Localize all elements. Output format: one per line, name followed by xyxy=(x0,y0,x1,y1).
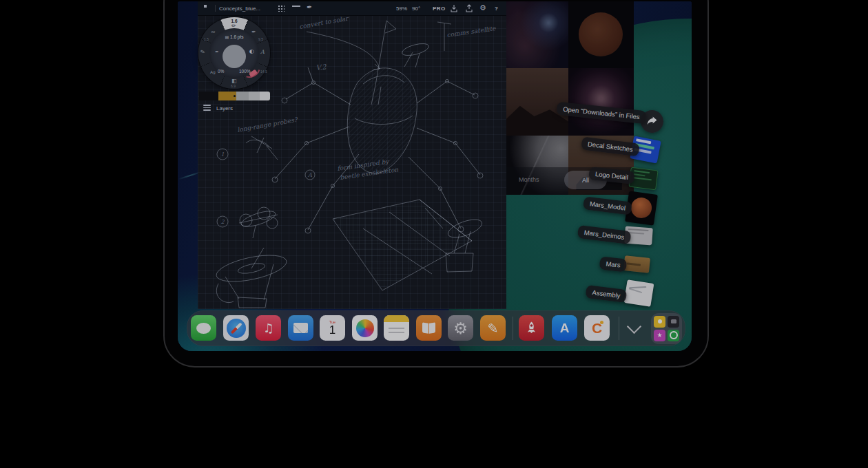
gear-icon: ⚙ xyxy=(453,319,468,337)
dock-app-messages[interactable] xyxy=(191,315,216,341)
annotation-probes: long-range probes? xyxy=(237,116,299,134)
opacity-max: 100% xyxy=(239,69,251,74)
sketch-number-1: 1 xyxy=(220,151,224,158)
annotation-version: V.2 xyxy=(316,63,327,72)
tool-wheel[interactable]: 1.6 ✏ ≈ ✒ ✎ A Ag ◧ 1.5 9.5 14.5 6.9 ▤ 1.… xyxy=(198,17,270,89)
pen-nib-icon[interactable]: ✒ xyxy=(307,3,312,11)
photos-app-panel: Months All xyxy=(506,1,634,195)
dock-app-rocket[interactable] xyxy=(519,315,544,341)
sketch-number-2: 2 xyxy=(220,219,225,225)
appstore-a-icon: A xyxy=(560,321,570,336)
import-icon[interactable] xyxy=(450,4,458,13)
dock-app-appstore[interactable]: A xyxy=(552,315,577,341)
photo-tile-mars-planet[interactable] xyxy=(568,1,634,68)
mini-app-podcast xyxy=(668,330,679,341)
pro-badge[interactable]: PRO xyxy=(433,6,446,12)
zoom-readout: 59% xyxy=(396,6,407,12)
dock-divider xyxy=(619,317,619,340)
compass-icon xyxy=(227,319,246,338)
mini-app-star: ★ xyxy=(654,330,665,341)
dock-app-sketching[interactable]: ✎ xyxy=(480,315,506,341)
ring-value: 14.5 xyxy=(260,70,267,74)
rocket-icon xyxy=(524,321,539,335)
dock-app-music[interactable]: ♫ xyxy=(256,315,281,341)
swatch-gray-1[interactable] xyxy=(236,92,249,100)
fill-tool-icon: ◧ xyxy=(231,78,237,84)
toolbar-divider xyxy=(215,5,216,12)
size-readout: ▤ 1.6 pts xyxy=(209,34,259,39)
snap-grid-icon[interactable] xyxy=(278,5,285,12)
chevron-down-icon[interactable] xyxy=(627,319,641,334)
open-book-icon xyxy=(416,315,442,341)
dock-app-books[interactable] xyxy=(416,315,442,341)
calendar-day: 1 xyxy=(329,324,335,337)
tool-wheel-hub[interactable]: ▤ 1.6 pts ≈ ◐ 0% 100% xyxy=(209,28,259,78)
layers-menu-icon xyxy=(203,105,211,112)
tool-wheel-knob[interactable] xyxy=(223,45,246,68)
dock-divider xyxy=(513,317,513,340)
opacity-min: 0% xyxy=(218,69,224,74)
swatch-gray-2[interactable] xyxy=(249,92,260,100)
dock-app-photos[interactable] xyxy=(352,315,378,341)
envelope-icon xyxy=(293,323,308,333)
document-title[interactable]: Concepts_blue... xyxy=(219,6,260,12)
mini-app-tips xyxy=(654,316,665,328)
notes-lines xyxy=(389,328,404,329)
dock-app-mail[interactable] xyxy=(288,315,313,341)
notes-header xyxy=(384,315,409,322)
contrast-icon: ◐ xyxy=(249,48,254,54)
swatch-black[interactable] xyxy=(199,92,218,100)
swatch-white[interactable] xyxy=(260,92,270,100)
ipad-device-frame: 1 2 A convert to solar comms satellite V… xyxy=(163,0,709,368)
ring-value: 9.5 xyxy=(258,37,263,41)
dock-app-notes[interactable] xyxy=(384,315,409,341)
annotation-comms: comms satellite xyxy=(446,25,497,39)
dock-app-safari[interactable] xyxy=(223,315,249,341)
slider-icon: ▤ xyxy=(225,34,229,39)
photos-segmented-control: Months All xyxy=(506,167,634,195)
help-icon[interactable]: ? xyxy=(495,6,498,12)
ring-value: 1.5 xyxy=(204,37,209,41)
scene: 1 2 A convert to solar comms satellite V… xyxy=(0,0,868,468)
export-icon[interactable] xyxy=(465,4,473,13)
sketch-letter-a: A xyxy=(307,172,312,178)
music-note-icon: ♫ xyxy=(262,321,273,335)
dock-app-settings[interactable]: ⚙ xyxy=(448,315,473,341)
settings-gear-icon[interactable]: ⚙ xyxy=(479,3,486,12)
ring-value: 6.9 xyxy=(231,84,236,88)
layers-label: Layers xyxy=(216,105,233,111)
segment-all-selected[interactable]: All xyxy=(564,171,607,189)
silver-tool-icon: Ag xyxy=(210,70,216,74)
segment-months[interactable]: Months xyxy=(519,176,539,183)
annotation-convert: convert to solar xyxy=(299,14,350,30)
photo-tile-nebula[interactable] xyxy=(506,1,568,68)
rotation-readout: 90° xyxy=(412,6,420,12)
layers-button[interactable]: Layers xyxy=(203,105,233,112)
photos-flower-icon xyxy=(356,319,374,337)
creative-dot xyxy=(600,321,603,324)
concepts-toolbar: Concepts_blue... ✒ 59% 90° PRO ⚙ ? xyxy=(198,1,506,16)
ipad-screen: 1 2 A convert to solar comms satellite V… xyxy=(178,1,692,351)
text-tool-icon: A xyxy=(260,49,265,55)
swatch-selection-dot xyxy=(234,95,236,97)
concepts-app-window: 1 2 A convert to solar comms satellite V… xyxy=(198,1,506,309)
photo-tile-mars-landscape[interactable] xyxy=(506,68,568,136)
dock-app-creative[interactable]: C xyxy=(584,315,610,341)
dock: ♫ Tue 1 xyxy=(187,310,685,346)
dock-suggestions-folder[interactable]: ★ xyxy=(651,313,682,344)
speech-bubble-icon xyxy=(196,323,211,334)
pen-icon: ✎ xyxy=(488,321,499,336)
photo-tile-orion-nebula[interactable] xyxy=(568,68,634,136)
dock-app-calendar[interactable]: Tue 1 xyxy=(320,315,345,341)
smoothing-icon: ≈ xyxy=(215,49,218,54)
mini-app-camera xyxy=(668,316,679,328)
